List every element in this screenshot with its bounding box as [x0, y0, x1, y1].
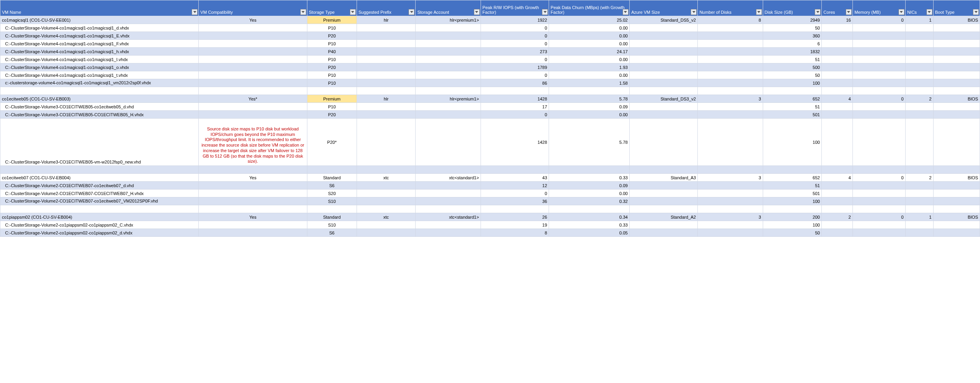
iops-cell[interactable]: 0: [481, 56, 549, 63]
cores-cell[interactable]: 4: [822, 95, 853, 103]
vm-name-cell[interactable]: C:-ClusterStorage-Volume2-CO1ECITWEB07-c…: [0, 197, 199, 205]
ndisks-cell[interactable]: [698, 48, 763, 56]
empty-cell[interactable]: [933, 166, 980, 174]
boot-cell[interactable]: BIOS: [933, 174, 980, 182]
dsize-cell[interactable]: 100: [763, 197, 822, 205]
hdr-vmsize[interactable]: Azure VM Size: [629, 0, 697, 16]
vmsize-cell[interactable]: [629, 56, 697, 63]
filter-icon[interactable]: [846, 9, 852, 15]
cores-cell[interactable]: [822, 24, 853, 32]
ndisks-cell[interactable]: [698, 32, 763, 40]
churn-cell[interactable]: 0.32: [549, 197, 630, 205]
nic-cell[interactable]: [905, 182, 933, 190]
table-row[interactable]: c:-clusterstorage-volume4-co1magicsql1-c…: [0, 79, 980, 87]
cores-cell[interactable]: [822, 182, 853, 190]
empty-cell[interactable]: [822, 166, 853, 174]
nic-cell[interactable]: [905, 71, 933, 79]
hdr-stype[interactable]: Storage Type: [307, 0, 357, 16]
ndisks-cell[interactable]: [698, 63, 763, 71]
churn-cell[interactable]: 0.00: [549, 32, 630, 40]
compatibility-cell[interactable]: [199, 79, 307, 87]
hdr-comp[interactable]: VM Compatibility: [199, 0, 307, 16]
iops-cell[interactable]: 0: [481, 40, 549, 48]
iops-cell[interactable]: 86: [481, 79, 549, 87]
cores-cell[interactable]: [822, 221, 853, 229]
vm-name-cell[interactable]: C:-ClusterStorage-Volume4-co1magicsql1-c…: [0, 24, 199, 32]
vm-name-cell[interactable]: C:-ClusterStorage-Volume4-co1magicsql1-c…: [0, 63, 199, 71]
empty-cell[interactable]: [822, 87, 853, 95]
storage-type-cell[interactable]: Standard: [307, 213, 357, 221]
mem-cell[interactable]: [852, 197, 905, 205]
table-row[interactable]: C:-ClusterStorage-Volume4-co1magicsql1-c…: [0, 56, 980, 63]
ndisks-cell[interactable]: [698, 40, 763, 48]
empty-cell[interactable]: [629, 87, 697, 95]
vm-name-cell[interactable]: co1piappsm02 (CO1-CU-SV-EB004): [0, 213, 199, 221]
ndisks-cell[interactable]: [698, 79, 763, 87]
dsize-cell[interactable]: 6: [763, 40, 822, 48]
iops-cell[interactable]: 19: [481, 221, 549, 229]
account-cell[interactable]: xtc<standard1>: [416, 213, 481, 221]
filter-icon[interactable]: [691, 9, 697, 15]
vmsize-cell[interactable]: [629, 71, 697, 79]
cores-cell[interactable]: [822, 190, 853, 197]
ndisks-cell[interactable]: 3: [698, 95, 763, 103]
storage-type-cell[interactable]: Standard: [307, 174, 357, 182]
compatibility-cell[interactable]: [199, 71, 307, 79]
prefix-cell[interactable]: [357, 197, 416, 205]
dsize-cell[interactable]: 501: [763, 111, 822, 119]
empty-cell[interactable]: [822, 205, 853, 213]
mem-cell[interactable]: [852, 221, 905, 229]
account-cell[interactable]: [416, 63, 481, 71]
churn-cell[interactable]: 5.78: [549, 95, 630, 103]
account-cell[interactable]: [416, 79, 481, 87]
empty-cell[interactable]: [905, 87, 933, 95]
boot-cell[interactable]: [933, 190, 980, 197]
churn-cell[interactable]: 24.17: [549, 48, 630, 56]
churn-cell[interactable]: 1.93: [549, 63, 630, 71]
cores-cell[interactable]: [822, 48, 853, 56]
nic-cell[interactable]: [905, 221, 933, 229]
dsize-cell[interactable]: 100: [763, 79, 822, 87]
table-row[interactable]: C:-ClusterStorage-Volume4-co1magicsql1-c…: [0, 32, 980, 40]
boot-cell[interactable]: [933, 119, 980, 166]
empty-cell[interactable]: [199, 205, 307, 213]
cores-cell[interactable]: [822, 32, 853, 40]
iops-cell[interactable]: 0: [481, 190, 549, 197]
vmsize-cell[interactable]: [629, 40, 697, 48]
empty-cell[interactable]: [357, 166, 416, 174]
nic-cell[interactable]: [905, 56, 933, 63]
vm-name-cell[interactable]: C:-ClusterStorage-Volume3-CO1ECITWEB05-c…: [0, 103, 199, 111]
table-row[interactable]: C:-ClusterStorage-Volume4-co1magicsql1-c…: [0, 71, 980, 79]
vmsize-cell[interactable]: [629, 111, 697, 119]
account-cell[interactable]: [416, 103, 481, 111]
hdr-dsize[interactable]: Disk Size (GB): [763, 0, 822, 16]
mem-cell[interactable]: [852, 79, 905, 87]
vmsize-cell[interactable]: [629, 197, 697, 205]
vm-name-cell[interactable]: C:-ClusterStorage-Volume2-CO1ECITWEB07-C…: [0, 190, 199, 197]
mem-cell[interactable]: [852, 119, 905, 166]
table-row[interactable]: C:-ClusterStorage-Volume2-CO1ECITWEB07-c…: [0, 197, 980, 205]
vm-name-cell[interactable]: C:-ClusterStorage-Volume3-CO1ECITWEB05-C…: [0, 111, 199, 119]
table-row[interactable]: [0, 205, 980, 213]
iops-cell[interactable]: 1428: [481, 119, 549, 166]
cores-cell[interactable]: 2: [822, 213, 853, 221]
iops-cell[interactable]: 1789: [481, 63, 549, 71]
nic-cell[interactable]: [905, 119, 933, 166]
empty-cell[interactable]: [307, 166, 357, 174]
mem-cell[interactable]: [852, 63, 905, 71]
cores-cell[interactable]: [822, 119, 853, 166]
vmsize-cell[interactable]: [629, 63, 697, 71]
empty-cell[interactable]: [852, 87, 905, 95]
mem-cell[interactable]: 0: [852, 213, 905, 221]
vm-name-cell[interactable]: C:-ClusterStorage-Volume4-co1magicsql1-c…: [0, 56, 199, 63]
compatibility-cell[interactable]: [199, 221, 307, 229]
nic-cell[interactable]: [905, 32, 933, 40]
nic-cell[interactable]: 2: [905, 95, 933, 103]
prefix-cell[interactable]: [357, 103, 416, 111]
boot-cell[interactable]: BIOS: [933, 213, 980, 221]
dsize-cell[interactable]: 501: [763, 190, 822, 197]
prefix-cell[interactable]: [357, 56, 416, 63]
vm-name-cell[interactable]: C:-ClusterStorage-Volume4-co1magicsql1-c…: [0, 32, 199, 40]
churn-cell[interactable]: 0.33: [549, 174, 630, 182]
filter-icon[interactable]: [623, 9, 629, 15]
